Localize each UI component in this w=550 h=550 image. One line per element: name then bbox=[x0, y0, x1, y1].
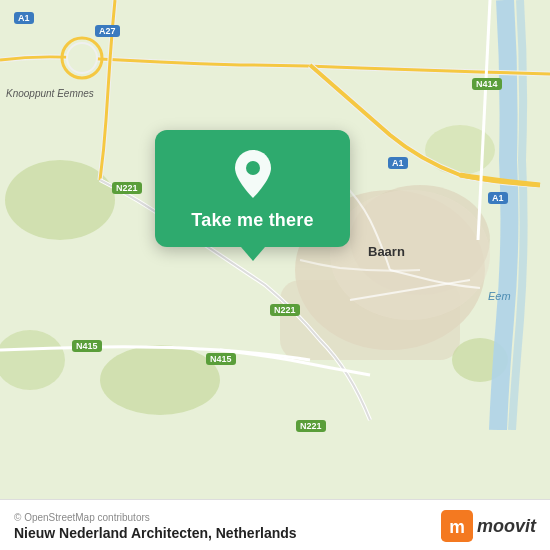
svg-point-4 bbox=[330, 190, 490, 320]
info-bar: © OpenStreetMap contributors Nieuw Neder… bbox=[0, 499, 550, 550]
take-me-there-popup[interactable]: Take me there bbox=[155, 130, 350, 247]
moovit-logo: m moovit bbox=[441, 510, 536, 542]
road-label-n415-r: N415 bbox=[206, 353, 236, 365]
moovit-text-label: moovit bbox=[477, 516, 536, 537]
road-label-n415-l: N415 bbox=[72, 340, 102, 352]
svg-point-2 bbox=[350, 185, 490, 295]
road-label-a1-fr: A1 bbox=[488, 192, 508, 204]
svg-point-12 bbox=[246, 161, 260, 175]
road-label-n414: N414 bbox=[472, 78, 502, 90]
take-me-there-text: Take me there bbox=[191, 210, 313, 231]
svg-point-7 bbox=[0, 330, 65, 390]
road-label-a1-r: A1 bbox=[388, 157, 408, 169]
knooppunt-label: Knooppunt Eemnes bbox=[6, 88, 94, 99]
svg-point-8 bbox=[425, 125, 495, 175]
moovit-icon: m bbox=[441, 510, 473, 542]
baarn-label: Baarn bbox=[368, 244, 405, 259]
svg-point-10 bbox=[62, 38, 102, 78]
location-info: © OpenStreetMap contributors Nieuw Neder… bbox=[14, 512, 297, 541]
svg-rect-3 bbox=[280, 280, 460, 360]
svg-point-11 bbox=[67, 43, 97, 73]
road-label-a1-tl: A1 bbox=[14, 12, 34, 24]
map-container: A1 A27 A1 A1 N414 N221 N221 N221 N415 N4… bbox=[0, 0, 550, 550]
road-label-n221-b2: N221 bbox=[296, 420, 326, 432]
road-label-n221-mid: N221 bbox=[112, 182, 142, 194]
location-name: Nieuw Nederland Architecten, Netherlands bbox=[14, 525, 297, 541]
road-label-n221-btm: N221 bbox=[270, 304, 300, 316]
location-pin-icon bbox=[231, 148, 275, 200]
svg-point-5 bbox=[5, 160, 115, 240]
copyright-text: © OpenStreetMap contributors bbox=[14, 512, 297, 523]
eem-label: Eem bbox=[488, 290, 511, 302]
road-label-a27: A27 bbox=[95, 25, 120, 37]
svg-point-6 bbox=[100, 345, 220, 415]
svg-point-9 bbox=[452, 338, 508, 382]
svg-text:m: m bbox=[449, 517, 465, 537]
